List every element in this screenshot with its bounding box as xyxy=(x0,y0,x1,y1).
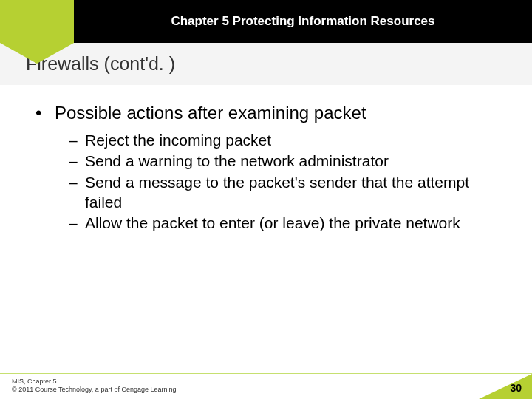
bullet-level-2: – Send a message to the packet's sender … xyxy=(69,172,502,213)
body-content: • Possible actions after examining packe… xyxy=(0,85,532,233)
bullet-text: Send a message to the packet's sender th… xyxy=(85,172,502,213)
bullet-text: Reject the incoming packet xyxy=(85,130,502,150)
footer-line-2: © 2011 Course Technology, a part of Ceng… xyxy=(12,386,176,395)
bullet-text: Send a warning to the network administra… xyxy=(85,151,502,171)
slide: Chapter 5 Protecting Information Resourc… xyxy=(0,0,532,399)
footer-triangle-icon xyxy=(479,374,532,399)
bullet-level-2: – Allow the packet to enter (or leave) t… xyxy=(69,213,502,233)
bullet-dash-icon: – xyxy=(69,172,85,213)
bullet-text: Possible actions after examining packet xyxy=(55,101,366,124)
header-bar: Chapter 5 Protecting Information Resourc… xyxy=(74,0,532,43)
footer-credits: MIS, Chapter 5 © 2011 Course Technology,… xyxy=(12,378,176,395)
header: Chapter 5 Protecting Information Resourc… xyxy=(0,0,532,43)
bullet-dash-icon: – xyxy=(69,213,85,233)
footer-line-1: MIS, Chapter 5 xyxy=(12,378,176,386)
bullet-level-1: • Possible actions after examining packe… xyxy=(35,101,502,124)
bullet-dot-icon: • xyxy=(35,101,55,124)
bullet-dash-icon: – xyxy=(69,130,85,150)
bullet-dash-icon: – xyxy=(69,151,85,171)
accent-square xyxy=(0,0,74,43)
footer: MIS, Chapter 5 © 2011 Course Technology,… xyxy=(0,374,532,399)
slide-title-area: Firewalls (cont'd. ) xyxy=(0,43,532,85)
bullet-text: Allow the packet to enter (or leave) the… xyxy=(85,213,502,233)
chapter-title: Chapter 5 Protecting Information Resourc… xyxy=(171,14,434,29)
bullet-level-2: – Reject the incoming packet xyxy=(69,130,502,150)
triangle-down-icon xyxy=(0,43,74,64)
page-number: 30 xyxy=(510,382,522,394)
bullet-level-2: – Send a warning to the network administ… xyxy=(69,151,502,171)
